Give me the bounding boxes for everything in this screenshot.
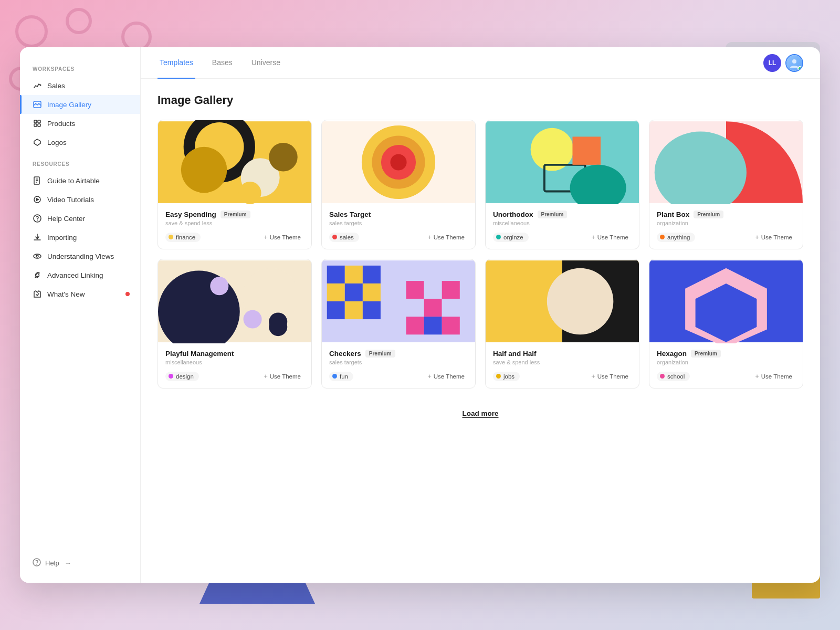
- help-circle-icon: [33, 558, 41, 568]
- template-card-sales-target[interactable]: Sales Target sales targets sales + Use T…: [321, 120, 476, 249]
- tag-organize[interactable]: orginze: [493, 233, 529, 242]
- sidebar-item-sales[interactable]: Sales: [20, 76, 140, 95]
- plus-icon: +: [264, 233, 268, 241]
- use-theme-btn-checkers[interactable]: + Use Theme: [424, 371, 468, 382]
- whats-new-icon: [33, 289, 42, 299]
- use-theme-btn-sales-target[interactable]: + Use Theme: [424, 232, 468, 243]
- template-name-plant-box: Plant Box: [657, 211, 689, 218]
- sidebar-item-whats-new[interactable]: What's New: [20, 285, 140, 303]
- plus-icon-3: +: [591, 233, 595, 241]
- svg-rect-59: [345, 266, 363, 284]
- template-tags-playful-management: design + Use Theme: [165, 371, 304, 382]
- tag-dot-design: [169, 374, 173, 379]
- sidebar-item-image-gallery[interactable]: Image Gallery: [20, 95, 140, 114]
- sidebar: WORKSPACES Sales Image Gallery: [20, 47, 141, 583]
- help-label: Help: [45, 559, 59, 567]
- svg-rect-73: [406, 317, 424, 334]
- tag-fun[interactable]: fun: [329, 372, 353, 381]
- sidebar-item-linking[interactable]: Advanced Linking: [20, 266, 140, 285]
- svg-rect-68: [424, 281, 442, 299]
- use-theme-btn-playful[interactable]: + Use Theme: [260, 371, 304, 382]
- template-tags-sales-target: sales + Use Theme: [329, 232, 468, 243]
- use-theme-btn-plant-box[interactable]: + Use Theme: [752, 232, 795, 243]
- sidebar-item-views[interactable]: Understanding Views: [20, 247, 140, 266]
- template-sub-sales-target: sales targets: [329, 220, 468, 226]
- tag-sales[interactable]: sales: [329, 233, 359, 242]
- premium-badge-easy-spending: Premium: [220, 211, 250, 218]
- use-theme-btn-half-and-half[interactable]: + Use Theme: [588, 371, 632, 382]
- sidebar-label-whats-new: What's New: [47, 290, 85, 298]
- template-card-easy-spending[interactable]: Easy Spending Premium save & spend less …: [158, 120, 312, 249]
- tag-dot-organize: [496, 235, 501, 239]
- sidebar-item-video[interactable]: Video Tutorials: [20, 190, 140, 209]
- template-name-easy-spending: Easy Spending: [165, 211, 216, 218]
- tag-dot-sales: [332, 235, 337, 239]
- svg-point-36: [269, 143, 298, 172]
- image-gallery-icon: [33, 100, 42, 109]
- avatar-ll[interactable]: LL: [763, 54, 781, 72]
- plus-icon-8: +: [755, 372, 759, 380]
- svg-rect-19: [38, 124, 40, 127]
- tag-dot-fun: [332, 374, 337, 379]
- load-more-button[interactable]: Load more: [462, 410, 498, 417]
- svg-rect-65: [345, 301, 363, 319]
- use-theme-btn-easy-spending[interactable]: + Use Theme: [260, 232, 304, 243]
- template-tags-unorthodox: orginze + Use Theme: [493, 232, 632, 243]
- sidebar-item-help-center[interactable]: Help Center: [20, 209, 140, 228]
- template-sub-half-and-half: save & spend less: [493, 359, 632, 365]
- svg-rect-74: [424, 317, 442, 334]
- tag-school[interactable]: school: [657, 372, 690, 381]
- plus-icon-5: +: [264, 372, 268, 380]
- template-card-unorthodox[interactable]: Unorthodox Premium miscellaneous orginze…: [485, 120, 639, 249]
- template-card-half-and-half[interactable]: Half and Half save & spend less jobs + U…: [485, 259, 639, 388]
- template-card-playful-management[interactable]: Playful Management miscellaneous design …: [158, 259, 312, 388]
- template-sub-hexagon: organization: [657, 359, 795, 365]
- main-content: Templates Bases Universe LL: [141, 47, 820, 583]
- sidebar-help-link[interactable]: Help →: [20, 552, 140, 574]
- tab-bases[interactable]: Bases: [210, 47, 235, 79]
- template-sub-plant-box: organization: [657, 220, 795, 226]
- template-info-playful-management: Playful Management miscellaneous design …: [158, 343, 311, 388]
- template-info-unorthodox: Unorthodox Premium miscellaneous orginze…: [486, 204, 639, 249]
- sidebar-item-logos[interactable]: Logos: [20, 133, 140, 152]
- use-theme-btn-unorthodox[interactable]: + Use Theme: [588, 232, 632, 243]
- svg-rect-63: [363, 284, 381, 301]
- avatar-user-photo[interactable]: [785, 54, 803, 72]
- tag-design[interactable]: design: [165, 372, 199, 381]
- main-window: WORKSPACES Sales Image Gallery: [20, 47, 820, 583]
- sidebar-label-linking: Advanced Linking: [47, 271, 103, 279]
- tab-universe[interactable]: Universe: [249, 47, 282, 79]
- template-name-half-and-half: Half and Half: [493, 350, 537, 358]
- svg-point-56: [210, 277, 228, 295]
- template-info-easy-spending: Easy Spending Premium save & spend less …: [158, 204, 311, 249]
- svg-point-2: [123, 23, 150, 50]
- template-card-hexagon[interactable]: Hexagon Premium organization school +: [649, 259, 803, 388]
- tag-dot-finance: [169, 235, 173, 239]
- plus-icon-7: +: [591, 372, 595, 380]
- tag-anything[interactable]: anything: [657, 233, 695, 242]
- svg-rect-61: [327, 284, 345, 301]
- plus-icon-2: +: [427, 233, 432, 241]
- template-card-checkers[interactable]: Checkers Premium sales targets fun + U: [321, 259, 476, 388]
- sidebar-label-help-center: Help Center: [47, 215, 85, 223]
- sidebar-item-products[interactable]: Products: [20, 114, 140, 133]
- use-theme-btn-hexagon[interactable]: + Use Theme: [752, 371, 795, 382]
- tabs-header: Templates Bases Universe LL: [141, 47, 820, 79]
- tag-jobs[interactable]: jobs: [493, 372, 520, 381]
- template-card-plant-box[interactable]: Plant Box Premium organization anything …: [649, 120, 803, 249]
- template-info-half-and-half: Half and Half save & spend less jobs + U…: [486, 343, 639, 388]
- products-icon: [33, 119, 42, 128]
- template-thumb-plant-box: [649, 120, 803, 204]
- svg-rect-67: [406, 281, 424, 299]
- tab-templates[interactable]: Templates: [158, 47, 195, 79]
- video-icon: [33, 195, 42, 204]
- template-name-sales-target: Sales Target: [329, 211, 371, 218]
- svg-rect-70: [406, 299, 424, 317]
- sidebar-item-importing[interactable]: Importing: [20, 228, 140, 247]
- svg-marker-23: [36, 198, 39, 201]
- svg-rect-46: [572, 136, 601, 165]
- sidebar-item-guide[interactable]: Guide to Airtable: [20, 171, 140, 190]
- new-badge: [125, 292, 130, 296]
- tag-finance[interactable]: finance: [165, 233, 201, 242]
- sidebar-label-logos: Logos: [47, 139, 67, 146]
